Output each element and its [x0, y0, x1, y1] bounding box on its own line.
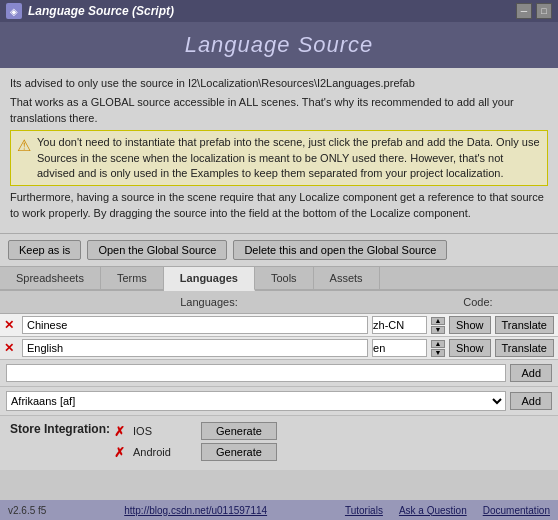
footer-links: Tutorials Ask a Question Documentation: [345, 505, 550, 516]
remove-chinese-button[interactable]: ✕: [4, 318, 18, 332]
chinese-arrow-buttons: ▲ ▼: [431, 317, 445, 334]
app-icon: ◈: [6, 3, 22, 19]
language-row-chinese: ✕ ▲ ▼ Show Translate: [0, 314, 558, 337]
chinese-down-arrow[interactable]: ▼: [431, 326, 445, 334]
android-row: ✗ Android Generate: [114, 443, 277, 461]
tab-assets[interactable]: Assets: [314, 267, 380, 289]
android-generate-button[interactable]: Generate: [201, 443, 277, 461]
language-name-input-chinese[interactable]: [22, 316, 368, 334]
android-label: Android: [133, 446, 193, 458]
ios-generate-button[interactable]: Generate: [201, 422, 277, 440]
languages-col-header: Languages:: [20, 294, 398, 310]
store-integration-title: Store Integration:: [10, 422, 110, 436]
chinese-show-button[interactable]: Show: [449, 316, 491, 334]
ios-check-icon: ✗: [114, 424, 125, 439]
code-col-header: Code:: [398, 294, 558, 310]
warning-text: You don't need to instantiate that prefa…: [37, 135, 541, 181]
title-bar-left: ◈ Language Source (Script): [6, 3, 174, 19]
language-row-english: ✕ ▲ ▼ Show Translate: [0, 337, 558, 360]
maximize-button[interactable]: □: [536, 3, 552, 19]
tabs-bar: Spreadsheets Terms Languages Tools Asset…: [0, 267, 558, 291]
tutorials-link[interactable]: Tutorials: [345, 505, 383, 516]
title-bar: ◈ Language Source (Script) ─ □: [0, 0, 558, 22]
english-down-arrow[interactable]: ▼: [431, 349, 445, 357]
tab-languages[interactable]: Languages: [164, 267, 255, 291]
footer: v2.6.5 f5 http://blog.csdn.net/u01159711…: [0, 500, 558, 520]
android-check-icon: ✗: [114, 445, 125, 460]
ios-label: IOS: [133, 425, 193, 437]
add-dropdown-language-button[interactable]: Add: [510, 392, 552, 410]
english-arrow-buttons: ▲ ▼: [431, 340, 445, 357]
info-panel: Its advised to only use the source in I2…: [0, 68, 558, 234]
action-bar: Keep as is Open the Global Source Delete…: [0, 234, 558, 267]
ask-question-link[interactable]: Ask a Question: [399, 505, 467, 516]
language-name-input-english[interactable]: [22, 339, 368, 357]
language-code-input-chinese[interactable]: [372, 316, 427, 334]
chinese-translate-button[interactable]: Translate: [495, 316, 554, 334]
tab-terms[interactable]: Terms: [101, 267, 164, 289]
language-dropdown-row: Afrikaans [af] Add: [0, 387, 558, 416]
tab-spreadsheets[interactable]: Spreadsheets: [0, 267, 101, 289]
open-global-source-button[interactable]: Open the Global Source: [87, 240, 227, 260]
minimize-button[interactable]: ─: [516, 3, 532, 19]
title-bar-controls: ─ □: [516, 3, 552, 19]
english-show-button[interactable]: Show: [449, 339, 491, 357]
documentation-link[interactable]: Documentation: [483, 505, 550, 516]
english-translate-button[interactable]: Translate: [495, 339, 554, 357]
store-platforms: ✗ IOS Generate ✗ Android Generate: [114, 422, 277, 464]
languages-panel: Languages: Code: ✕ ▲ ▼ Show Translate ✕ …: [0, 291, 558, 416]
new-language-input[interactable]: [6, 364, 506, 382]
english-up-arrow[interactable]: ▲: [431, 340, 445, 348]
header-title: Language Source: [10, 32, 548, 58]
add-language-button[interactable]: Add: [510, 364, 552, 382]
footer-url[interactable]: http://blog.csdn.net/u011597114: [124, 505, 267, 516]
ios-row: ✗ IOS Generate: [114, 422, 277, 440]
header-section: Language Source: [0, 22, 558, 68]
store-integration: Store Integration: ✗ IOS Generate ✗ Andr…: [0, 416, 558, 470]
version-label: v2.6.5 f5: [8, 505, 46, 516]
info-warning-line2: Furthermore, having a source in the scen…: [10, 190, 548, 221]
tab-tools[interactable]: Tools: [255, 267, 314, 289]
delete-and-open-button[interactable]: Delete this and open the Global Source: [233, 240, 447, 260]
language-code-input-english[interactable]: [372, 339, 427, 357]
keep-as-is-button[interactable]: Keep as is: [8, 240, 81, 260]
language-dropdown[interactable]: Afrikaans [af]: [6, 391, 506, 411]
add-input-row: Add: [0, 360, 558, 387]
chinese-up-arrow[interactable]: ▲: [431, 317, 445, 325]
info-line1: Its advised to only use the source in I2…: [10, 76, 548, 91]
lang-columns-header: Languages: Code:: [0, 291, 558, 314]
warning-icon: ⚠: [17, 136, 31, 155]
info-line2: That works as a GLOBAL source accessible…: [10, 95, 548, 126]
window-title: Language Source (Script): [28, 4, 174, 18]
warning-row: ⚠ You don't need to instantiate that pre…: [10, 130, 548, 186]
remove-english-button[interactable]: ✕: [4, 341, 18, 355]
